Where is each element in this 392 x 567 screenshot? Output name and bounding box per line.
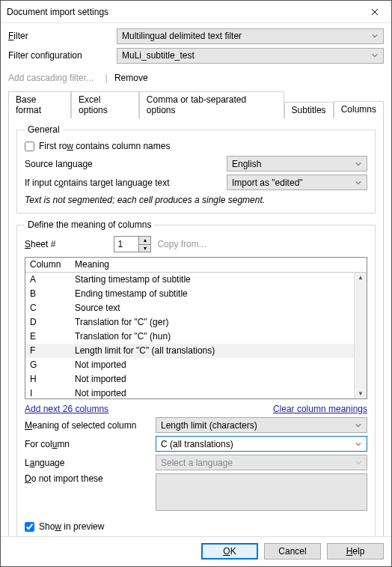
spin-down[interactable]: ▼	[139, 245, 150, 252]
cell-meaning: Source text	[70, 301, 367, 315]
table-row[interactable]: GNot imported	[25, 358, 367, 372]
columns-grid: Column Meaning AStarting timestamp of su…	[25, 257, 367, 399]
show-preview-label: Show in preview	[39, 521, 104, 532]
cell-column: A	[25, 273, 70, 287]
cell-meaning: Starting timestamp of subtitle	[70, 273, 367, 287]
tab-excel-options[interactable]: Excel options	[71, 91, 139, 118]
grid-header-column[interactable]: Column	[25, 258, 70, 272]
cell-column: H	[25, 372, 70, 386]
scroll-up-icon[interactable]: ▲	[358, 274, 364, 281]
cell-meaning: Ending timestamp of subtitle	[70, 287, 367, 301]
close-button[interactable]	[358, 1, 391, 23]
cancel-button[interactable]: Cancel	[264, 543, 321, 560]
cell-meaning: Translation for "C" (hun)	[70, 330, 367, 344]
cell-column: C	[25, 301, 70, 315]
remove-link[interactable]: Remove	[114, 73, 148, 83]
filter-config-select[interactable]: MuLi_subtitle_test	[117, 48, 384, 64]
tab-columns[interactable]: Columns	[334, 101, 384, 118]
segment-note: Text is not segmented; each cell produce…	[25, 195, 367, 205]
source-language-value: English	[232, 159, 261, 169]
grid-header: Column Meaning	[25, 258, 367, 273]
cell-column: B	[25, 287, 70, 301]
help-button[interactable]: Help	[327, 543, 384, 560]
source-language-label: Source language	[25, 159, 227, 169]
ok-button[interactable]: OK	[201, 543, 258, 560]
cell-column: G	[25, 358, 70, 372]
input-contains-select[interactable]: Import as "edited"	[227, 175, 367, 190]
tab-body: General First row contains column names …	[8, 118, 384, 554]
table-row[interactable]: INot imported	[25, 386, 367, 398]
for-column-value: C (all translations)	[161, 439, 233, 449]
table-row[interactable]: FLength limit for "C" (all translations)	[25, 344, 367, 358]
filter-config-value: MuLi_subtitle_test	[122, 50, 195, 61]
cell-meaning: Translation for "C" (ger)	[70, 315, 367, 330]
filter-value: Multilingual delimited text filter	[122, 31, 242, 41]
grid-body: AStarting timestamp of subtitleBEnding t…	[25, 273, 367, 398]
close-icon	[371, 8, 379, 16]
chevron-down-icon	[353, 159, 364, 169]
sheet-spinner[interactable]: ▲ ▼	[114, 236, 151, 252]
first-row-label: First row contains column names	[39, 141, 170, 151]
fieldset-general: General First row contains column names …	[16, 124, 376, 213]
input-contains-value: Import as "edited"	[232, 178, 303, 188]
fieldset-define: Define the meaning of columns Sheet # ▲ …	[16, 219, 376, 540]
meaning-selected-value: Length limit (characters)	[161, 420, 257, 431]
chevron-down-icon	[353, 439, 364, 449]
chevron-down-icon	[353, 458, 364, 468]
filter-label: Filter	[8, 31, 117, 41]
add-cascading-filter-link[interactable]: Add cascading filter...	[8, 73, 94, 83]
tab-comma-tab-options[interactable]: Comma or tab-separated options	[139, 91, 284, 118]
show-preview-wrap[interactable]: Show in preview	[25, 521, 367, 532]
for-column-label: For column	[25, 439, 156, 449]
source-language-select[interactable]: English	[227, 156, 367, 172]
meaning-selected-select[interactable]: Length limit (characters)	[156, 417, 367, 433]
cell-column: D	[25, 315, 70, 330]
language-select: Select a language	[156, 455, 367, 470]
meaning-selected-label: Meaning of selected column	[25, 420, 156, 431]
filter-select[interactable]: Multilingual delimited text filter	[117, 28, 384, 44]
titlebar: Document import settings	[1, 1, 391, 23]
first-row-checkbox[interactable]	[25, 142, 34, 151]
chevron-down-icon	[370, 31, 380, 41]
first-row-checkbox-wrap[interactable]: First row contains column names	[25, 141, 367, 151]
show-preview-checkbox[interactable]	[25, 522, 34, 532]
do-not-import-label: Do not import these	[25, 473, 156, 484]
spin-up[interactable]: ▲	[139, 237, 150, 245]
chevron-down-icon	[353, 178, 364, 188]
grid-header-meaning[interactable]: Meaning	[70, 258, 367, 272]
cell-column: F	[25, 344, 70, 358]
table-row[interactable]: BEnding timestamp of subtitle	[25, 287, 367, 301]
for-column-select[interactable]: C (all translations)	[156, 436, 367, 452]
add-next-columns-link[interactable]: Add next 26 columns	[25, 404, 108, 414]
cell-meaning: Not imported	[70, 358, 367, 372]
table-row[interactable]: AStarting timestamp of subtitle	[25, 273, 367, 287]
tab-base-format[interactable]: Base format	[8, 91, 71, 118]
input-contains-label: If input contains target language text	[25, 178, 227, 188]
table-row[interactable]: ETranslation for "C" (hun)	[25, 330, 367, 344]
sheet-input[interactable]	[114, 237, 138, 252]
cell-meaning: Not imported	[70, 372, 367, 386]
table-row[interactable]: DTranslation for "C" (ger)	[25, 315, 367, 330]
cell-column: I	[25, 386, 70, 398]
do-not-import-textarea	[156, 473, 367, 511]
tab-subtitles[interactable]: Subtitles	[284, 102, 334, 118]
language-label: Language	[25, 458, 156, 468]
chevron-down-icon	[353, 420, 364, 431]
content: Filter Multilingual delimited text filte…	[1, 23, 391, 559]
tabs: Base format Excel options Comma or tab-s…	[8, 91, 384, 118]
cell-column: E	[25, 330, 70, 344]
copy-from-link[interactable]: Copy from...	[157, 239, 206, 249]
cell-meaning: Not imported	[70, 386, 367, 398]
scrollbar[interactable]: ▲ ▼	[354, 273, 367, 398]
sheet-label: Sheet #	[25, 239, 55, 249]
legend-general: General	[25, 124, 63, 135]
scroll-down-icon[interactable]: ▼	[358, 390, 364, 397]
cell-meaning: Length limit for "C" (all translations)	[70, 344, 367, 358]
chevron-down-icon	[370, 50, 380, 61]
filter-config-label: Filter configuration	[8, 50, 117, 61]
legend-define: Define the meaning of columns	[25, 219, 154, 230]
language-value: Select a language	[161, 458, 233, 468]
table-row[interactable]: HNot imported	[25, 372, 367, 386]
table-row[interactable]: CSource text	[25, 301, 367, 315]
clear-column-meanings-link[interactable]: Clear column meanings	[273, 404, 367, 414]
